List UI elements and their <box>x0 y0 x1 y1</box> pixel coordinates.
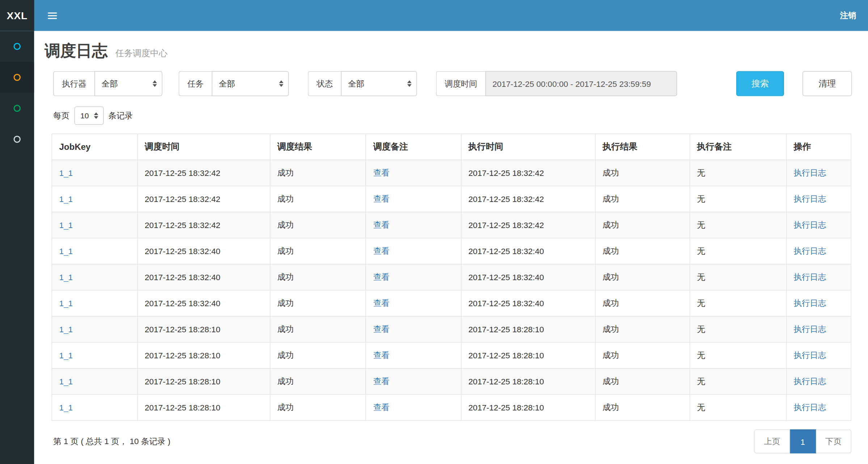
viewport: XXL 注销 调度日志 任务调度中心 <box>0 0 868 464</box>
jobkey-link[interactable]: 1_1 <box>59 299 73 308</box>
exec-log-link[interactable]: 执行日志 <box>794 168 826 177</box>
col-header-action: 操作 <box>786 134 851 160</box>
jobkey-cell: 1_1 <box>52 212 137 238</box>
trigger-result-cell: 成功 <box>270 160 366 186</box>
handle-time-cell: 2017-12-25 18:32:40 <box>461 290 595 316</box>
content-area: 调度日志 任务调度中心 执行器 全部 任务 全部 状态 <box>34 31 868 464</box>
view-trigger-msg-link[interactable]: 查看 <box>373 220 389 229</box>
view-trigger-msg-link[interactable]: 查看 <box>373 402 389 412</box>
exec-log-link[interactable]: 执行日志 <box>794 350 826 360</box>
jobkey-cell: 1_1 <box>52 186 137 212</box>
exec-log-link[interactable]: 执行日志 <box>794 272 826 282</box>
jobkey-link[interactable]: 1_1 <box>59 351 73 360</box>
pagination: 上页 1 下页 <box>754 430 852 454</box>
trigger-msg-cell: 查看 <box>366 395 461 421</box>
view-trigger-msg-link[interactable]: 查看 <box>373 376 389 386</box>
action-cell: 执行日志 <box>786 395 851 421</box>
handle-result-cell: 成功 <box>595 342 690 368</box>
jobkey-cell: 1_1 <box>52 160 137 186</box>
trigger-result-cell: 成功 <box>270 186 366 212</box>
jobkey-cell: 1_1 <box>52 342 137 368</box>
jobkey-cell: 1_1 <box>52 290 137 316</box>
page-size-value: 10 <box>80 111 89 120</box>
sidebar-toggle-button[interactable] <box>43 8 62 23</box>
status-filter-select[interactable]: 全部 <box>341 71 417 96</box>
handle-msg-cell: 无 <box>690 342 786 368</box>
exec-log-link[interactable]: 执行日志 <box>794 194 826 203</box>
view-trigger-msg-link[interactable]: 查看 <box>373 350 389 360</box>
sidebar-menu-item-1[interactable] <box>0 31 34 62</box>
trigger-msg-cell: 查看 <box>366 290 461 316</box>
sidebar-menu-item-4[interactable] <box>0 124 34 155</box>
trigger-time-cell: 2017-12-25 18:28:10 <box>138 368 270 395</box>
log-table-row: 1_1 2017-12-25 18:32:42 成功 查看 2017-12-25… <box>52 160 851 186</box>
search-button[interactable]: 搜索 <box>736 71 784 96</box>
top-navbar: XXL 注销 <box>0 0 868 31</box>
col-header-trigger-result: 调度结果 <box>270 134 366 160</box>
jobkey-link[interactable]: 1_1 <box>59 325 73 334</box>
action-cell: 执行日志 <box>786 290 851 316</box>
col-header-handle-result: 执行结果 <box>595 134 690 160</box>
jobkey-cell: 1_1 <box>52 264 137 290</box>
view-trigger-msg-link[interactable]: 查看 <box>373 324 389 334</box>
sidebar-menu-item-3[interactable] <box>0 93 34 124</box>
pagination-summary: 第 1 页 ( 总共 1 页， 10 条记录 ) <box>53 436 170 447</box>
trigger-result-cell: 成功 <box>270 290 366 316</box>
handle-result-cell: 成功 <box>595 186 690 212</box>
log-table-row: 1_1 2017-12-25 18:32:40 成功 查看 2017-12-25… <box>52 238 851 264</box>
trigger-time-range-input[interactable]: 2017-12-25 00:00:00 - 2017-12-25 23:59:5… <box>485 71 677 96</box>
view-trigger-msg-link[interactable]: 查看 <box>373 272 389 282</box>
trigger-time-cell: 2017-12-25 18:28:10 <box>138 342 270 368</box>
exec-log-link[interactable]: 执行日志 <box>794 246 826 256</box>
clear-button[interactable]: 清理 <box>802 71 852 96</box>
view-trigger-msg-link[interactable]: 查看 <box>373 246 389 256</box>
current-page-button[interactable]: 1 <box>790 430 816 454</box>
xxl-job-admin: XXL 注销 调度日志 任务调度中心 <box>0 0 868 464</box>
log-table-row: 1_1 2017-12-25 18:32:42 成功 查看 2017-12-25… <box>52 212 851 238</box>
handle-msg-cell: 无 <box>690 238 786 264</box>
exec-log-link[interactable]: 执行日志 <box>794 376 826 386</box>
exec-log-link[interactable]: 执行日志 <box>794 298 826 308</box>
trigger-time-cell: 2017-12-25 18:32:42 <box>138 186 270 212</box>
sidebar-menu-item-2[interactable] <box>0 62 34 93</box>
exec-log-link[interactable]: 执行日志 <box>794 324 826 334</box>
handle-result-cell: 成功 <box>595 238 690 264</box>
page-size-suffix-label: 条记录 <box>108 110 133 121</box>
trigger-time-filter-group: 调度时间 2017-12-25 00:00:00 - 2017-12-25 23… <box>436 71 677 96</box>
job-filter-select[interactable]: 全部 <box>212 71 289 96</box>
page-size-select[interactable]: 10 <box>75 106 104 125</box>
page-size-row: 每页 10 条记录 <box>53 106 852 125</box>
view-trigger-msg-link[interactable]: 查看 <box>373 194 389 203</box>
app-logo[interactable]: XXL <box>0 0 34 31</box>
trigger-time-cell: 2017-12-25 18:32:42 <box>138 160 270 186</box>
view-trigger-msg-link[interactable]: 查看 <box>373 168 389 177</box>
jobkey-link[interactable]: 1_1 <box>59 194 73 204</box>
view-trigger-msg-link[interactable]: 查看 <box>373 298 389 308</box>
trigger-time-cell: 2017-12-25 18:32:40 <box>138 238 270 264</box>
col-header-trigger-time: 调度时间 <box>138 134 270 160</box>
job-filter-label: 任务 <box>179 71 212 96</box>
app-logo-text: XXL <box>7 9 28 21</box>
exec-log-link[interactable]: 执行日志 <box>794 402 826 412</box>
jobkey-link[interactable]: 1_1 <box>59 246 73 256</box>
executor-filter-select[interactable]: 全部 <box>94 71 163 96</box>
next-page-button[interactable]: 下页 <box>816 430 852 454</box>
jobkey-link[interactable]: 1_1 <box>59 273 73 282</box>
handle-time-cell: 2017-12-25 18:32:42 <box>461 212 595 238</box>
jobkey-link[interactable]: 1_1 <box>59 403 73 412</box>
handle-msg-cell: 无 <box>690 395 786 421</box>
action-cell: 执行日志 <box>786 264 851 290</box>
exec-log-link[interactable]: 执行日志 <box>794 220 826 229</box>
jobkey-link[interactable]: 1_1 <box>59 377 73 386</box>
handle-msg-cell: 无 <box>690 186 786 212</box>
jobkey-link[interactable]: 1_1 <box>59 220 73 230</box>
jobkey-link[interactable]: 1_1 <box>59 168 73 178</box>
page-subtitle: 任务调度中心 <box>115 48 168 58</box>
handle-time-cell: 2017-12-25 18:28:10 <box>461 342 595 368</box>
select-arrows-icon <box>153 80 157 87</box>
page-header: 调度日志 任务调度中心 <box>34 31 868 60</box>
prev-page-button[interactable]: 上页 <box>754 430 790 454</box>
dispatch-log-table: JobKey 调度时间 调度结果 调度备注 执行时间 执行结果 执行备注 操作 … <box>52 134 852 421</box>
trigger-time-filter-label: 调度时间 <box>436 71 486 96</box>
logout-link[interactable]: 注销 <box>840 10 856 21</box>
